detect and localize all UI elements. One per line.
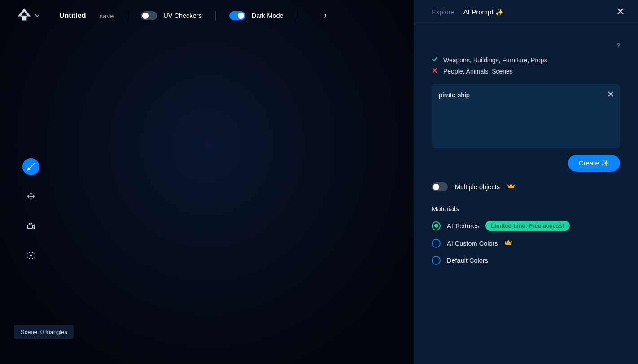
svg-point-2 — [31, 223, 32, 224]
prompt-input[interactable] — [432, 84, 620, 147]
uv-checkers-label: UV Checkers — [163, 12, 201, 19]
logo-dropdown[interactable] — [16, 7, 39, 25]
tab-ai-prompt[interactable]: AI Prompt ✨ — [463, 8, 504, 16]
svg-rect-0 — [28, 225, 33, 229]
dark-mode-label: Dark Mode — [252, 12, 284, 19]
check-icon — [432, 56, 438, 64]
chevron-down-icon — [35, 12, 39, 20]
separator — [127, 11, 127, 21]
radio-label-ai-textures: AI Textures — [447, 222, 479, 230]
radio-indicator — [432, 239, 441, 248]
crown-icon — [507, 183, 515, 191]
free-access-badge: Limited time: Free access! — [485, 221, 569, 231]
camera-tool[interactable] — [22, 217, 39, 234]
project-title[interactable]: Untitled — [59, 12, 86, 20]
unsupported-types: People, Animals, Scenes — [432, 67, 620, 75]
create-button-label: Create ✨ — [579, 159, 609, 167]
dark-mode-toggle-group: Dark Mode — [229, 11, 284, 20]
radio-default-colors[interactable]: Default Colors — [432, 256, 620, 265]
save-button[interactable]: save — [100, 12, 114, 20]
unsupported-types-text: People, Animals, Scenes — [443, 68, 513, 75]
prompt-input-container — [432, 84, 620, 148]
x-icon — [432, 67, 438, 75]
panel-tabs: Explore AI Prompt ✨ — [414, 0, 638, 24]
help-button[interactable]: ? — [432, 42, 620, 49]
materials-section-title: Materials — [432, 205, 620, 212]
side-panel: Explore AI Prompt ✨ ? Weapons, Buildings… — [414, 0, 638, 364]
radio-ai-custom-colors[interactable]: AI Custom Colors — [432, 239, 620, 248]
crown-icon — [504, 239, 512, 247]
move-tool[interactable] — [22, 188, 39, 205]
svg-point-3 — [30, 255, 31, 256]
clear-input-button[interactable] — [607, 91, 614, 99]
separator — [215, 11, 216, 21]
multiple-objects-toggle[interactable] — [432, 182, 448, 191]
panel-body: ? Weapons, Buildings, Furniture, Props P… — [414, 24, 638, 364]
supported-types-text: Weapons, Buildings, Furniture, Props — [443, 56, 547, 64]
multiple-objects-row: Multiple objects — [432, 182, 620, 191]
uv-checkers-toggle[interactable] — [141, 11, 157, 20]
radio-indicator — [432, 256, 441, 265]
info-icon[interactable]: i — [324, 11, 327, 21]
close-panel-button[interactable] — [616, 7, 625, 17]
uv-checkers-toggle-group: UV Checkers — [141, 11, 201, 20]
viewport-3d[interactable] — [0, 0, 414, 364]
scene-info-badge: Scene: 0 triangles — [14, 325, 74, 339]
radio-indicator — [432, 221, 441, 230]
selection-tool[interactable] — [22, 247, 39, 264]
radio-ai-textures[interactable]: AI Textures Limited time: Free access! — [432, 221, 620, 231]
separator — [297, 11, 297, 21]
radio-label-default-colors: Default Colors — [447, 257, 488, 264]
app-logo-icon — [16, 7, 32, 25]
supported-types: Weapons, Buildings, Furniture, Props — [432, 56, 620, 64]
dark-mode-toggle[interactable] — [229, 11, 245, 20]
radio-label-ai-custom-colors: AI Custom Colors — [447, 240, 498, 247]
create-button[interactable]: Create ✨ — [568, 155, 620, 172]
svg-point-1 — [29, 223, 30, 225]
tab-explore[interactable]: Explore — [432, 8, 454, 16]
multiple-objects-label: Multiple objects — [455, 183, 500, 191]
cursor-tool[interactable] — [22, 158, 39, 175]
viewport-tools — [22, 158, 39, 264]
